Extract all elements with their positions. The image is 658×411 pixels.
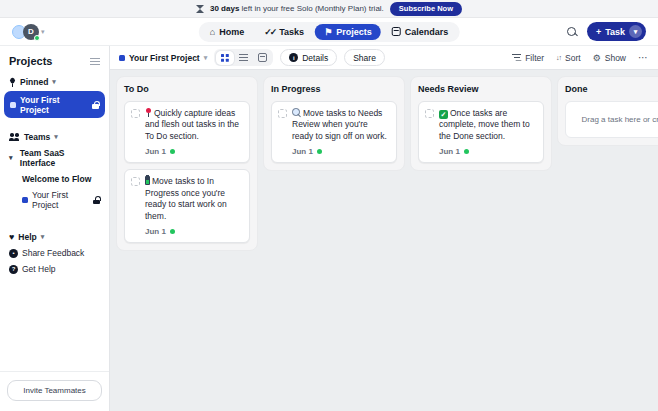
- sidebar-item-pinned-project[interactable]: Your First Project: [4, 91, 105, 118]
- filter-button[interactable]: Filter: [512, 53, 544, 63]
- task-due: Jun 1: [145, 147, 243, 156]
- disclosure-triangle-icon[interactable]: [9, 154, 16, 162]
- nav-projects-label: Projects: [336, 27, 372, 37]
- pinned-project-label: Your First Project: [20, 95, 88, 115]
- grid-icon: [221, 54, 229, 62]
- user-avatar: D: [23, 24, 39, 40]
- sort-button[interactable]: Sort: [556, 53, 581, 63]
- pushpin-icon: [145, 108, 152, 117]
- task-card[interactable]: Once tasks are complete, move them to th…: [418, 101, 544, 163]
- task-checkbox[interactable]: [425, 109, 434, 118]
- list-view-button[interactable]: [235, 51, 253, 65]
- task-checkbox[interactable]: [131, 109, 140, 118]
- sort-label: Sort: [565, 53, 581, 63]
- task-text: Move tasks to Needs Review when you're r…: [292, 108, 390, 142]
- board-view-button[interactable]: [216, 51, 234, 65]
- sort-icon: [556, 54, 561, 61]
- sidebar-footer: Invite Teammates: [0, 371, 109, 411]
- sidebar-item-share-feedback[interactable]: Share Feedback: [0, 245, 109, 261]
- trial-banner: 30 days left in your free Solo (Monthly …: [0, 0, 658, 18]
- calendar-icon: [392, 27, 401, 36]
- details-label: Details: [302, 53, 328, 63]
- invite-teammates-button[interactable]: Invite Teammates: [7, 380, 102, 401]
- teams-label: Teams: [24, 132, 50, 142]
- column-done: Done Drag a task here or create: [557, 76, 658, 146]
- sidebar-options-icon[interactable]: [90, 57, 100, 65]
- pinned-label: Pinned: [20, 77, 48, 87]
- calendar-view-button[interactable]: [254, 51, 272, 65]
- nav-home[interactable]: Home: [201, 24, 253, 40]
- nav-tasks[interactable]: Tasks: [255, 24, 313, 40]
- header-right: Task: [567, 22, 646, 41]
- sidebar-item-team-project[interactable]: Your First Project: [0, 187, 109, 213]
- lock-icon: [92, 101, 99, 109]
- new-task-label: Task: [605, 27, 625, 37]
- heart-icon: [9, 232, 14, 242]
- new-task-button[interactable]: Task: [587, 22, 646, 41]
- teams-section-header[interactable]: Teams: [0, 129, 109, 145]
- chevron-down-icon: [52, 78, 56, 86]
- team-name-label: Team SaaS Interface: [20, 148, 100, 168]
- status-dot: [170, 149, 175, 154]
- drop-placeholder[interactable]: Drag a task here or create: [565, 101, 658, 138]
- nav-home-label: Home: [219, 27, 244, 37]
- trial-text: 30 days left in your free Solo (Monthly …: [210, 4, 384, 13]
- column-needs-review: Needs Review Once tasks are complete, mo…: [410, 76, 552, 171]
- group-name-label: Welcome to Flow: [22, 174, 91, 184]
- projects-icon: [324, 27, 332, 37]
- account-menu[interactable]: D: [12, 24, 45, 40]
- task-chevron-icon[interactable]: [629, 25, 642, 38]
- task-card[interactable]: Quickly capture ideas and flesh out task…: [124, 101, 250, 163]
- share-button[interactable]: Share: [344, 49, 385, 66]
- task-due: Jun 1: [145, 227, 243, 236]
- magnifier-icon: [292, 108, 301, 117]
- list-icon: [239, 54, 248, 61]
- share-label: Share: [353, 53, 376, 63]
- nav-tasks-label: Tasks: [279, 27, 304, 37]
- check-icon: [439, 110, 448, 119]
- task-card[interactable]: Move tasks to Needs Review when you're r…: [271, 101, 397, 163]
- column-title: In Progress: [271, 84, 397, 94]
- view-toggle: [214, 49, 273, 66]
- pin-icon: [9, 78, 16, 87]
- chevron-down-icon: [204, 54, 208, 62]
- sidebar: Projects Pinned Your First Project Teams…: [0, 46, 110, 411]
- sidebar-item-team[interactable]: Team SaaS Interface: [0, 145, 109, 171]
- status-dot: [464, 149, 469, 154]
- column-in-progress: In Progress Move tasks to Needs Review w…: [263, 76, 405, 171]
- chevron-down-icon: [54, 133, 58, 141]
- help-label: Help: [18, 232, 36, 242]
- show-label: Show: [605, 53, 626, 63]
- filter-label: Filter: [525, 53, 544, 63]
- nav-calendars[interactable]: Calendars: [383, 24, 458, 40]
- kanban-board: To Do Quickly capture ideas and flesh ou…: [110, 70, 658, 411]
- project-toolbar: Your First Project Details Share Filter: [110, 46, 658, 70]
- home-icon: [210, 27, 215, 37]
- project-switcher[interactable]: Your First Project: [119, 53, 207, 63]
- tasks-icon: [264, 27, 275, 37]
- info-icon: [289, 53, 298, 62]
- task-card[interactable]: Move tasks to In Progress once you're re…: [124, 169, 250, 243]
- task-text: Quickly capture ideas and flesh out task…: [145, 108, 243, 142]
- task-checkbox[interactable]: [131, 177, 140, 186]
- search-icon[interactable]: [567, 27, 577, 37]
- task-due: Jun 1: [292, 147, 390, 156]
- help-section-header[interactable]: Help: [0, 229, 109, 245]
- chevron-down-icon: [41, 28, 45, 36]
- details-button[interactable]: Details: [280, 49, 337, 66]
- nav-projects[interactable]: Projects: [315, 24, 381, 40]
- nav-calendars-label: Calendars: [405, 27, 449, 37]
- question-icon: [9, 265, 18, 274]
- task-text: Move tasks to In Progress once you're re…: [145, 176, 243, 222]
- task-due: Jun 1: [439, 147, 537, 156]
- project-bullet-icon: [10, 102, 16, 108]
- task-checkbox[interactable]: [278, 109, 287, 118]
- sidebar-item-get-help[interactable]: Get Help: [0, 261, 109, 277]
- subscribe-now-button[interactable]: Subscribe Now: [390, 2, 462, 16]
- plus-icon: [596, 27, 601, 37]
- main-nav: Home Tasks Projects Calendars: [199, 22, 460, 42]
- column-todo: To Do Quickly capture ideas and flesh ou…: [116, 76, 258, 251]
- pinned-section-header[interactable]: Pinned: [0, 74, 109, 90]
- more-button[interactable]: ⋯: [638, 52, 649, 63]
- show-button[interactable]: Show: [593, 53, 626, 63]
